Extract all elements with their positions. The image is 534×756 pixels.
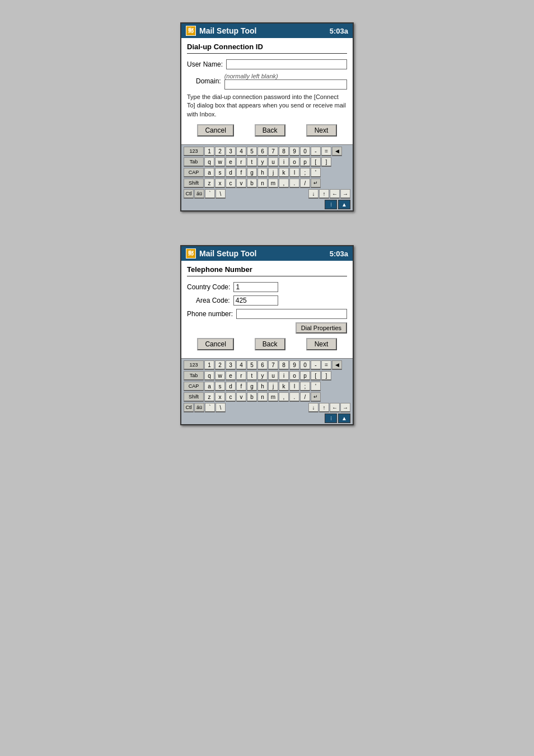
kb-backtick-2[interactable]: ` [205,403,215,412]
kb-6-2[interactable]: 6 [257,360,268,370]
kb-minus-2[interactable]: - [311,360,321,370]
back-button-2[interactable]: Back [255,338,285,350]
kb-collapse-icon-2[interactable]: ▲ [338,414,350,423]
kb-s-1[interactable]: s [215,168,225,177]
kb-left-1[interactable]: ← [330,189,340,199]
kb-g-1[interactable]: g [247,168,257,177]
kb-slash-2[interactable]: / [300,392,310,402]
kb-c-1[interactable]: c [226,179,236,188]
kb-minus-1[interactable]: - [311,147,321,156]
kb-e-2[interactable]: e [226,371,236,381]
kb-tab-2[interactable]: Tab [184,371,204,381]
kb-v-2[interactable]: v [236,392,246,402]
cancel-button-1[interactable]: Cancel [197,124,233,137]
kb-o-2[interactable]: o [289,371,299,381]
kb-g-2[interactable]: g [247,382,257,391]
kb-collapse-icon-1[interactable]: ▲ [338,200,350,209]
kb-m-2[interactable]: m [268,392,278,402]
kb-right-2[interactable]: → [340,403,350,412]
kb-0-1[interactable]: 0 [300,147,310,156]
kb-c-2[interactable]: c [226,392,236,402]
kb-m-1[interactable]: m [268,179,278,188]
kb-q-2[interactable]: q [204,371,214,381]
kb-5-2[interactable]: 5 [247,360,257,370]
kb-equals-2[interactable]: = [321,360,331,370]
kb-b-2[interactable]: b [247,392,257,402]
kb-1-1[interactable]: 1 [204,147,214,156]
kb-7-1[interactable]: 7 [268,147,278,156]
next-button-1[interactable]: Next [306,124,337,137]
kb-backslash-1[interactable]: \ [216,189,226,199]
kb-x-2[interactable]: x [215,392,225,402]
kb-b-1[interactable]: b [247,179,257,188]
kb-rbracket-1[interactable]: ] [321,157,331,167]
kb-3-1[interactable]: 3 [226,147,236,156]
kb-d-1[interactable]: d [226,168,236,177]
kb-o-1[interactable]: o [289,157,299,167]
kb-y-1[interactable]: y [257,157,268,167]
kb-backspace-2[interactable]: ◀ [332,360,342,370]
kb-semicolon-2[interactable]: ; [300,382,310,391]
kb-n-1[interactable]: n [257,179,268,188]
kb-ctl-1[interactable]: Ctl [184,189,194,199]
kb-quote-2[interactable]: ' [311,382,321,391]
kb-aue-1[interactable]: áü [194,189,204,199]
area-code-input[interactable] [233,295,278,306]
dial-properties-button[interactable]: Dial Properties [296,322,347,334]
kb-7-2[interactable]: 7 [268,360,278,370]
kb-123-2[interactable]: 123 [184,360,204,370]
kb-semicolon-1[interactable]: ; [300,168,310,177]
kb-lbracket-1[interactable]: [ [311,157,321,167]
kb-6-1[interactable]: 6 [257,147,268,156]
kb-period-2[interactable]: . [289,392,299,402]
kb-enter-1[interactable]: ↵ [311,179,321,188]
kb-t-1[interactable]: t [247,157,257,167]
kb-tab-1[interactable]: Tab [184,157,204,167]
kb-e-1[interactable]: e [226,157,236,167]
kb-r-2[interactable]: r [236,371,246,381]
kb-down-1[interactable]: ↓ [308,189,318,199]
kb-5-1[interactable]: 5 [247,147,257,156]
cancel-button-2[interactable]: Cancel [197,338,233,350]
kb-j-1[interactable]: j [268,168,278,177]
kb-down-2[interactable]: ↓ [308,403,318,412]
next-button-2[interactable]: Next [306,338,337,350]
phone-input[interactable] [236,309,347,319]
kb-spacebar-2[interactable] [226,403,308,412]
kb-k-2[interactable]: k [279,382,289,391]
back-button-1[interactable]: Back [255,124,285,137]
kb-4-2[interactable]: 4 [236,360,246,370]
kb-left-2[interactable]: ← [330,403,340,412]
kb-y-2[interactable]: y [257,371,268,381]
kb-shift-2[interactable]: Shift [184,392,204,402]
kb-backtick-1[interactable]: ` [205,189,215,199]
kb-i-2[interactable]: i [279,371,289,381]
kb-h-2[interactable]: h [257,382,268,391]
kb-p-1[interactable]: p [300,157,310,167]
kb-s-2[interactable]: s [215,382,225,391]
kb-lbracket-2[interactable]: [ [311,371,321,381]
kb-3-2[interactable]: 3 [226,360,236,370]
kb-0-2[interactable]: 0 [300,360,310,370]
kb-cap-2[interactable]: CAP [184,382,204,391]
kb-f-2[interactable]: f [236,382,246,391]
kb-l-2[interactable]: l [289,382,299,391]
kb-k-1[interactable]: k [279,168,289,177]
kb-l-1[interactable]: l [289,168,299,177]
kb-backslash-2[interactable]: \ [216,403,226,412]
kb-backspace-1[interactable]: ◀ [332,147,342,156]
kb-comma-1[interactable]: , [279,179,289,188]
kb-u-2[interactable]: u [268,371,278,381]
username-input[interactable] [226,59,347,69]
kb-q-1[interactable]: q [204,157,214,167]
kb-123-1[interactable]: 123 [184,147,204,156]
kb-2-1[interactable]: 2 [215,147,225,156]
kb-x-1[interactable]: x [215,179,225,188]
kb-j-2[interactable]: j [268,382,278,391]
kb-up-1[interactable]: ↑ [319,189,329,199]
kb-a-1[interactable]: a [204,168,214,177]
kb-cap-1[interactable]: CAP [184,168,204,177]
kb-p-2[interactable]: p [300,371,310,381]
kb-w-1[interactable]: w [215,157,225,167]
kb-1-2[interactable]: 1 [204,360,214,370]
